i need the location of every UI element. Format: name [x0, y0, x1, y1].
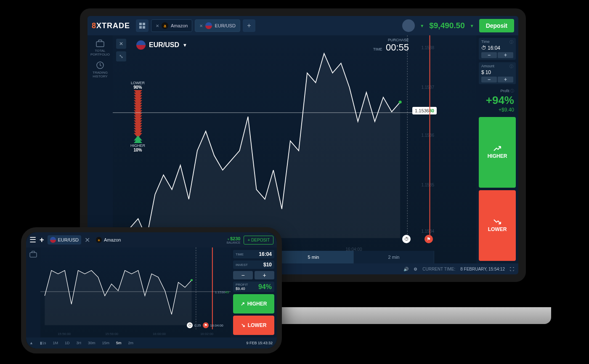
time-value: 16:04 — [259, 251, 272, 257]
tf-30m[interactable]: 30m — [85, 341, 99, 345]
higher-button[interactable]: HIGHER — [479, 117, 516, 188]
purchase-deadline-icon: ⏱ — [187, 322, 193, 328]
user-avatar[interactable] — [402, 19, 415, 32]
lower-label: LOWER — [488, 226, 507, 232]
apps-grid-button[interactable] — [136, 19, 149, 32]
amazon-icon: a — [96, 237, 102, 243]
amount-box: Amountⓘ $10 −+ — [479, 62, 516, 84]
profit-label: PROFIT — [236, 283, 248, 287]
fullscreen-icon[interactable]: ⛶ — [510, 267, 514, 271]
amount-value[interactable]: 10 — [486, 69, 491, 75]
currency-symbol: $ — [481, 69, 484, 75]
close-icon[interactable]: ✕ — [85, 236, 90, 244]
phone-higher-button[interactable]: ↗ HIGHER — [233, 294, 274, 314]
info-icon[interactable]: ⓘ — [509, 40, 513, 45]
phone-price-marker: 1.153643 — [215, 290, 229, 294]
brand-trade: TRADE — [102, 21, 130, 30]
chevron-down-icon[interactable]: ▼ — [420, 24, 424, 28]
invest-minus[interactable]: − — [233, 271, 253, 279]
phone-invest-box[interactable]: INVEST $10 — [233, 260, 274, 269]
invest-label: INVEST — [236, 263, 248, 267]
close-icon[interactable]: ✕ — [156, 24, 159, 28]
time-plus[interactable]: + — [498, 52, 513, 58]
candle-icon[interactable]: ▮1s — [37, 341, 50, 345]
info-icon[interactable]: ⓘ — [510, 89, 514, 93]
balance-label: BALANCE — [227, 241, 241, 244]
phone-screen: ☰ + EUR/USD ✕ a Amazon ▾ $230 BALANCE + … — [26, 232, 277, 348]
info-icon[interactable]: ⓘ — [509, 64, 513, 69]
tf-1s: 1s — [42, 341, 46, 345]
tf-15m[interactable]: 15m — [99, 341, 113, 345]
time-label: Time — [481, 40, 490, 45]
price-fraction: 43 — [225, 290, 229, 294]
history-icon — [96, 61, 105, 70]
tf-1m[interactable]: 1M — [49, 341, 61, 345]
amazon-icon: a — [162, 22, 168, 29]
invest-plus[interactable]: + — [255, 271, 274, 279]
profit-box: Profit ⓘ +94% +$9.40 — [479, 87, 516, 114]
chart-type-icon[interactable]: ▲ — [26, 341, 37, 345]
svg-rect-10 — [30, 252, 37, 257]
purchase-deadline-icon: ⏱ — [402, 235, 411, 243]
phone-datetime: 9 FEB 15:43:32 — [246, 341, 277, 345]
countdown-value: 0:25 — [194, 324, 201, 327]
tf-5m[interactable]: 5m — [113, 341, 125, 345]
desktop-topbar: 8XTRADE ✕ a Amazon ✕ EUR/USD + ▼ $9,490.… — [88, 16, 518, 35]
invest-value: $10 — [263, 262, 272, 268]
add-button[interactable]: + — [40, 236, 44, 244]
tab-label: Amazon — [171, 23, 188, 28]
deposit-button[interactable]: Deposit — [479, 19, 514, 32]
phone-balance[interactable]: ▾ $230 BALANCE — [227, 236, 241, 244]
phone-profit-box: PROFIT $9.40 94% — [233, 282, 274, 292]
phone-tab-eurusd[interactable]: EUR/USD — [48, 235, 82, 244]
lower-button[interactable]: LOWER — [479, 190, 516, 261]
trade-panel: Timeⓘ ⏱16:04 −+ Amountⓘ $10 −+ Profit ⓘ … — [476, 35, 518, 263]
svg-point-14 — [191, 279, 193, 281]
price-base: 1.1536 — [215, 290, 225, 294]
trend-down-icon — [493, 219, 501, 225]
rail-label: TOTAL PORTFOLIO — [90, 49, 110, 56]
profit-amount: +$9.40 — [480, 107, 514, 113]
phone-topbar: ☰ + EUR/USD ✕ a Amazon ▾ $230 BALANCE + … — [26, 232, 277, 247]
amount-minus[interactable]: − — [481, 77, 497, 82]
brand-logo: 8XTRADE — [92, 21, 130, 30]
svg-rect-0 — [139, 23, 142, 25]
settings-icon[interactable]: ⚙ — [414, 267, 417, 271]
brand-8: 8 — [92, 21, 96, 30]
tf-2m[interactable]: 2m — [125, 341, 137, 345]
menu-icon[interactable]: ☰ — [29, 235, 36, 244]
close-icon[interactable]: ✕ — [199, 24, 203, 28]
add-tab-button[interactable]: + — [243, 19, 255, 32]
tf-3h[interactable]: 3H — [73, 341, 85, 345]
sound-icon[interactable]: 🔊 — [403, 267, 409, 271]
amount-plus[interactable]: + — [498, 77, 513, 82]
trend-up-icon — [493, 146, 501, 151]
tab-eurusd[interactable]: ✕ EUR/USD — [195, 19, 240, 32]
time-box: Timeⓘ ⏱16:04 −+ — [479, 38, 516, 60]
tab-label: EUR/USD — [58, 237, 79, 242]
rail-total-portfolio[interactable]: TOTAL PORTFOLIO — [90, 39, 110, 56]
expiry-flag-icon: ⚑ — [203, 322, 209, 328]
phone-deposit-button[interactable]: + DEPOSIT — [244, 236, 273, 244]
time-label: TIME — [236, 252, 244, 256]
phone-rail — [26, 247, 40, 337]
time-minus[interactable]: − — [481, 52, 497, 58]
tf-2min[interactable]: 2 min — [354, 251, 434, 263]
phone-lower-button[interactable]: ↘ LOWER — [233, 316, 274, 335]
tf-5min[interactable]: 5 min — [273, 251, 354, 263]
clock-icon: ⏱ — [481, 45, 486, 51]
svg-rect-4 — [96, 42, 104, 47]
phone-tab-amazon[interactable]: a Amazon — [93, 235, 123, 244]
phone-time-box[interactable]: TIME 16:04 — [233, 250, 274, 258]
current-time-label: CURRENT TIME: — [422, 267, 455, 271]
tab-label: Amazon — [104, 237, 121, 242]
brand-x: X — [96, 21, 102, 30]
time-value[interactable]: 16:04 — [488, 45, 500, 51]
tf-1d[interactable]: 1D — [61, 341, 73, 345]
phone-chart-area[interactable]: 1.153643 ⏱ 0:25 ⚑ 16:04:00 15:56:00 15:5… — [40, 247, 231, 337]
rail-trading-history[interactable]: TRADING HISTORY — [93, 61, 108, 78]
briefcase-icon[interactable] — [29, 251, 37, 337]
tab-label: EUR/USD — [215, 23, 236, 28]
chevron-down-icon[interactable]: ▼ — [470, 24, 474, 28]
tab-amazon[interactable]: ✕ a Amazon — [151, 19, 192, 32]
